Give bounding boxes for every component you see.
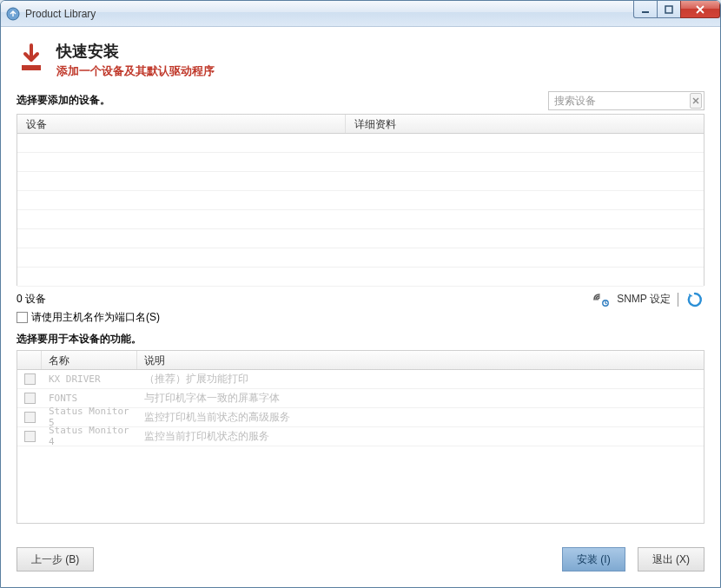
maximize-button[interactable] <box>657 1 681 18</box>
table-row[interactable] <box>17 153 704 172</box>
page-header: 快速安装 添加一个设备及其默认驱动程序 <box>17 43 704 79</box>
table-row[interactable] <box>17 229 704 248</box>
page-title: 快速安装 <box>56 43 215 62</box>
hostname-checkbox[interactable] <box>17 312 28 323</box>
feature-desc: （推荐）扩展功能打印 <box>137 372 704 386</box>
row-checkbox <box>24 431 36 442</box>
refresh-button[interactable] <box>685 290 704 309</box>
feature-name: Status Monitor 4 <box>42 425 137 447</box>
snmp-icon <box>592 293 610 307</box>
page-subtitle: 添加一个设备及其默认驱动程序 <box>56 63 215 79</box>
table-row[interactable] <box>17 191 704 210</box>
window-title: Product Library <box>25 8 96 20</box>
search-input[interactable] <box>549 92 690 109</box>
col-name[interactable]: 名称 <box>42 351 137 369</box>
svg-rect-3 <box>22 65 41 70</box>
col-check <box>17 351 42 369</box>
devices-tbody <box>17 134 704 286</box>
footer: 上一步 (B) 安装 (I) 退出 (X) <box>17 547 704 571</box>
minimize-button[interactable] <box>633 1 658 18</box>
feature-desc: 监控打印机当前状态的高级服务 <box>137 410 704 425</box>
exit-button[interactable]: 退出 (X) <box>638 547 704 571</box>
table-row[interactable] <box>17 172 704 191</box>
table-fill <box>17 446 704 523</box>
features-tbody: KX DRIVER （推荐）扩展功能打印 FONTS 与打印机字体一致的屏幕字体… <box>17 370 704 523</box>
feature-name: FONTS <box>42 393 137 404</box>
download-icon <box>17 43 46 72</box>
feature-name: KX DRIVER <box>42 373 137 385</box>
table-row[interactable] <box>17 248 704 268</box>
app-window: Product Library 快速安装 添加一个设备及其默认驱动程序 选择要添… <box>0 0 721 588</box>
clear-search-icon[interactable] <box>690 93 702 109</box>
content-area: 快速安装 添加一个设备及其默认驱动程序 选择要添加的设备。 设备 详细资料 <box>1 27 720 587</box>
features-label: 选择要用于本设备的功能。 <box>17 332 704 347</box>
col-details[interactable]: 详细资料 <box>346 115 704 133</box>
titlebar[interactable]: Product Library <box>1 1 720 27</box>
divider <box>678 293 678 307</box>
snmp-settings-link[interactable]: SNMP 设定 <box>617 292 671 307</box>
feature-desc: 与打印机字体一致的屏幕字体 <box>137 391 704 406</box>
install-button[interactable]: 安装 (I) <box>562 547 625 571</box>
app-icon <box>6 7 20 21</box>
search-field[interactable] <box>548 91 704 110</box>
row-checkbox <box>24 393 36 404</box>
close-button[interactable] <box>680 1 720 18</box>
features-table: 名称 说明 KX DRIVER （推荐）扩展功能打印 FONTS 与打印机字体一… <box>17 350 704 524</box>
row-checkbox <box>24 412 36 423</box>
table-row[interactable] <box>17 134 704 153</box>
devices-table: 设备 详细资料 <box>17 114 704 286</box>
table-row[interactable]: Status Monitor 4 监控当前打印机状态的服务 <box>17 427 704 446</box>
window-controls <box>634 1 720 18</box>
devices-label: 选择要添加的设备。 <box>17 93 110 108</box>
row-checkbox <box>24 373 36 385</box>
table-row[interactable] <box>17 268 704 287</box>
svg-rect-1 <box>642 11 649 13</box>
table-row[interactable]: KX DRIVER （推荐）扩展功能打印 <box>17 370 704 389</box>
col-device[interactable]: 设备 <box>17 115 346 133</box>
back-button[interactable]: 上一步 (B) <box>17 547 94 571</box>
svg-rect-2 <box>665 6 672 13</box>
device-count: 0 设备 <box>17 292 46 307</box>
col-desc[interactable]: 说明 <box>137 351 704 369</box>
hostname-checkbox-label: 请使用主机名作为端口名(S) <box>31 310 160 325</box>
table-row[interactable] <box>17 210 704 229</box>
feature-desc: 监控当前打印机状态的服务 <box>137 429 704 444</box>
